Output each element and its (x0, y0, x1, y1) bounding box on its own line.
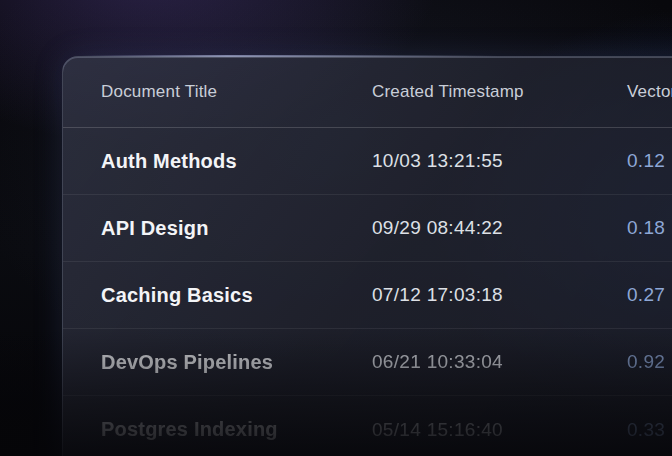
table-row[interactable]: Postgres Indexing 05/14 15:16:40 0.33 (63, 396, 672, 456)
created-timestamp-cell: 10/03 13:21:55 (372, 150, 627, 172)
document-title-cell: Postgres Indexing (101, 418, 372, 441)
created-timestamp-cell: 06/21 10:33:04 (372, 351, 627, 373)
table-row[interactable]: API Design 09/29 08:44:22 0.18 (63, 195, 672, 262)
table-row[interactable]: DevOps Pipelines 06/21 10:33:04 0.92 (63, 329, 672, 396)
vector-distance-cell: 0.12 (627, 150, 672, 172)
documents-table-panel: Document Title Created Timestamp Vector … (62, 56, 672, 456)
document-title-cell: Caching Basics (101, 284, 372, 307)
app-background: Document Title Created Timestamp Vector … (0, 0, 672, 456)
document-title-cell: API Design (101, 217, 372, 240)
vector-distance-cell: 0.33 (627, 419, 672, 441)
column-header-vector-distance: Vector Distance (627, 82, 672, 102)
document-title-cell: DevOps Pipelines (101, 351, 372, 374)
vector-distance-cell: 0.92 (627, 351, 672, 373)
table-header-row: Document Title Created Timestamp Vector … (63, 57, 672, 128)
created-timestamp-cell: 05/14 15:16:40 (372, 419, 627, 441)
vector-distance-cell: 0.27 (627, 284, 672, 306)
table-row[interactable]: Caching Basics 07/12 17:03:18 0.27 (63, 262, 672, 329)
created-timestamp-cell: 07/12 17:03:18 (372, 284, 627, 306)
table-row[interactable]: Auth Methods 10/03 13:21:55 0.12 (63, 128, 672, 195)
column-header-created-timestamp: Created Timestamp (372, 82, 627, 102)
created-timestamp-cell: 09/29 08:44:22 (372, 217, 627, 239)
column-header-document-title: Document Title (101, 82, 372, 102)
document-title-cell: Auth Methods (101, 150, 372, 173)
vector-distance-cell: 0.18 (627, 217, 672, 239)
